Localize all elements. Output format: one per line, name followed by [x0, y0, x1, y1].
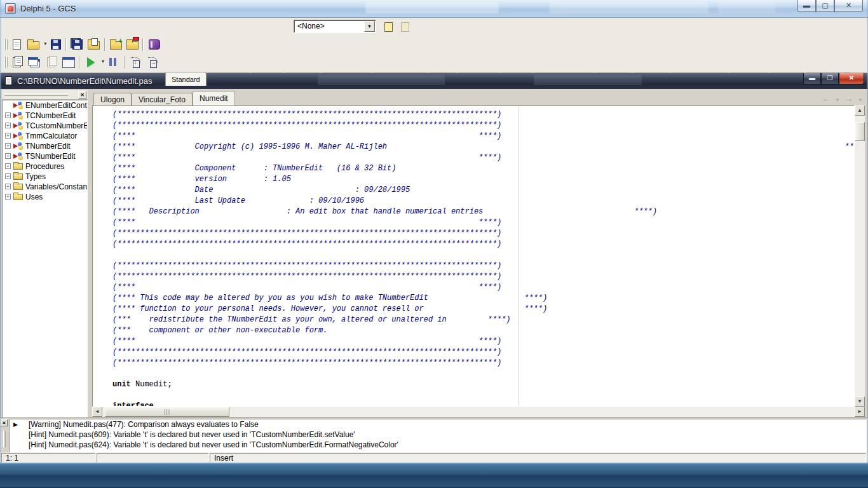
expand-plus-icon[interactable]: +	[5, 133, 11, 139]
desktop-layout-value: <None>	[297, 22, 325, 30]
messages-close-icon[interactable]: ✕	[1, 419, 8, 426]
expand-plus-icon[interactable]: +	[5, 153, 11, 159]
expand-plus-icon[interactable]: +	[5, 163, 11, 169]
scroll-left-icon[interactable]: ◄	[92, 407, 102, 417]
view-debug-toolbar	[0, 53, 162, 71]
palette-tab-standard[interactable]: Standard	[165, 72, 207, 86]
message-hint[interactable]: [Hint] Numedit.pas(624): Variable 't' is…	[10, 440, 866, 450]
back-dropdown-icon[interactable]: ▼	[835, 97, 841, 103]
tree-item-types[interactable]: + Types	[3, 172, 87, 182]
app-titlebar[interactable]: Delphi 5 - GCS ▬ ▢ ✕	[0, 0, 868, 18]
vertical-scroll-thumb[interactable]	[855, 122, 865, 141]
editor-titlebar[interactable]: C:\BRUNO\NumberEdit\Numedit.pas ▬ ❐ ✕	[0, 73, 868, 89]
expand-plus-icon[interactable]: +	[5, 184, 11, 189]
window-title: Delphi 5 - GCS	[20, 4, 76, 13]
class-icon	[13, 152, 24, 160]
toggle-form-unit-button[interactable]	[43, 55, 59, 70]
editor-tab-vincular-foto[interactable]: Vincular_Foto	[132, 93, 193, 105]
folder-icon	[13, 163, 23, 170]
insert-mode-indicator: Insert	[210, 453, 866, 463]
trace-into-button[interactable]	[128, 55, 144, 70]
close-button[interactable]: ✕	[834, 0, 863, 12]
panel-grip[interactable]	[4, 93, 68, 96]
save-desktop-button[interactable]	[383, 20, 397, 34]
class-icon	[13, 112, 24, 119]
screen: Delphi 5 - GCS ▬ ▢ ✕ File Edit Search Vi…	[0, 0, 868, 488]
editor-tabstrip: Ulogon Vincular_Foto Numedit ← ▼ → ▼	[92, 90, 868, 105]
new-file-button[interactable]	[9, 37, 24, 52]
horizontal-scrollbar[interactable]: ◄ ||| ►	[92, 407, 865, 417]
pause-button[interactable]	[105, 55, 121, 70]
step-over-button[interactable]	[145, 55, 161, 70]
tree-item-tmmcalculator[interactable]: + TmmCalculator	[3, 131, 87, 141]
expand-plus-icon[interactable]: +	[5, 194, 11, 200]
help-contents-button[interactable]	[146, 37, 161, 52]
messages-panel: ✕ [Warning] Numedit.pas(477): Comparison…	[0, 417, 868, 452]
editor-tab-numedit[interactable]: Numedit	[193, 91, 235, 105]
run-button[interactable]	[83, 55, 98, 70]
scroll-right-icon[interactable]: ►	[855, 407, 865, 417]
interface-declaration: interface	[112, 401, 854, 407]
editor-close-button[interactable]: ✕	[839, 73, 864, 85]
message-hint[interactable]: [Hint] Numedit.pas(609): Variable 't' is…	[10, 430, 866, 440]
tree-item-enumbereditcontrol[interactable]: ENumberEditControl	[3, 100, 87, 111]
set-debug-desktop-button[interactable]	[399, 20, 413, 34]
panel-grip[interactable]	[3, 431, 6, 447]
editor-minimize-button[interactable]: ▬	[803, 73, 821, 85]
back-icon[interactable]: ←	[822, 94, 831, 104]
expand-plus-icon[interactable]: +	[5, 112, 11, 118]
background-blur	[318, 75, 445, 85]
modified-indicator	[97, 453, 208, 463]
forward-icon[interactable]: →	[844, 94, 854, 104]
code-explorer-header: ✕	[2, 90, 88, 100]
tree-item-tcustomnumberedit[interactable]: + TCustomNumberEdit	[3, 121, 87, 131]
horizontal-scroll-thumb[interactable]: |||	[105, 407, 229, 417]
tree-item-tnumberedit[interactable]: + TNumberEdit	[3, 141, 87, 151]
maximize-button[interactable]: ▢	[816, 0, 834, 12]
tree-item-procedures[interactable]: + Procedures	[3, 161, 87, 172]
messages-list: [Warning] Numedit.pas(477): Comparison a…	[9, 419, 867, 452]
message-warning[interactable]: [Warning] Numedit.pas(477): Comparison a…	[10, 419, 866, 430]
add-file-to-project-button[interactable]: +	[108, 37, 123, 52]
view-unit-button[interactable]	[9, 55, 25, 70]
window-controls: ▬ ▢ ✕	[797, 0, 863, 12]
messages-panel-strip: ✕	[1, 419, 9, 452]
tree-item-tcnumberedit[interactable]: + TCNumberEdit	[3, 111, 87, 121]
new-form-button[interactable]	[60, 55, 76, 70]
expand-plus-icon[interactable]: +	[5, 143, 11, 149]
class-icon	[13, 102, 24, 109]
toolbar-grip[interactable]	[4, 39, 6, 50]
folder-icon	[13, 194, 23, 200]
window-edge	[0, 0, 1, 463]
desktop-layout-combo[interactable]: <None> ▼	[294, 20, 376, 33]
status-bar: 1: 1 Insert	[0, 453, 868, 463]
tree-item-uses[interactable]: + Uses	[3, 192, 87, 202]
save-all-button[interactable]	[69, 37, 85, 52]
tree-item-tsnumberedit[interactable]: + TSNumberEdit	[3, 151, 87, 161]
forward-dropdown-icon[interactable]: ▼	[858, 97, 864, 103]
taskbar: e C:\_ W PT ✕ ✕ 11:17	[0, 463, 868, 488]
view-form-button[interactable]	[26, 55, 42, 70]
explorer-close-icon[interactable]: ✕	[78, 91, 86, 99]
background-window-blur	[550, 2, 709, 13]
remove-file-from-project-button[interactable]	[125, 37, 140, 52]
expand-plus-icon[interactable]: +	[5, 173, 11, 179]
scroll-down-icon[interactable]: ▼	[855, 396, 865, 407]
scroll-up-icon[interactable]: ▲	[855, 105, 865, 116]
editor-restore-button[interactable]: ❐	[821, 73, 839, 85]
open-project-button[interactable]	[86, 37, 101, 52]
expand-plus-icon[interactable]: +	[5, 123, 11, 128]
code-explorer-tree: ENumberEditControl + TCNumberEdit + TCus…	[2, 100, 88, 423]
code-editor[interactable]: (***************************************…	[92, 105, 855, 407]
open-file-button[interactable]	[25, 37, 41, 52]
tree-item-variables-constants[interactable]: + Variables/Constants	[3, 182, 87, 192]
save-file-button[interactable]	[48, 37, 63, 52]
editor-title: C:\BRUNO\NumberEdit\Numedit.pas	[17, 76, 152, 86]
vertical-scrollbar[interactable]: ▲ ▼	[855, 105, 865, 407]
editor-tab-ulogon[interactable]: Ulogon	[93, 93, 132, 105]
chevron-down-icon[interactable]: ▼	[364, 21, 375, 32]
toolbar-separator	[142, 38, 144, 51]
minimize-button[interactable]: ▬	[797, 0, 816, 12]
background-blur	[534, 75, 642, 85]
toolbar-grip[interactable]	[4, 57, 6, 68]
